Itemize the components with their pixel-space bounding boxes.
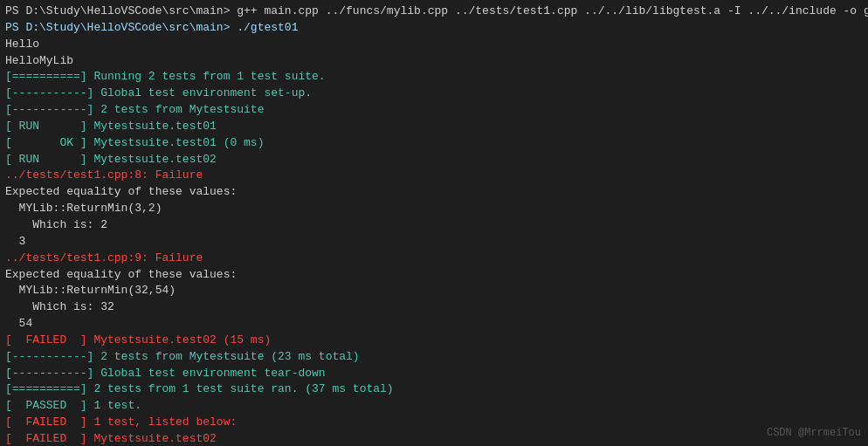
terminal-line-expected2: Expected equality of these values: [5,267,863,284]
terminal-line-val1a: MYLib::ReturnMin(3,2) [5,201,863,217]
terminal-line-sep5: [-----------] Global test environment te… [5,366,863,382]
terminal-line-hellomylib: HelloMyLib [5,53,863,70]
terminal-line-sep2: [-----------] Global test environment se… [5,86,863,102]
terminal-line-fail_loc2: ../tests/test1.cpp:9: Failure [5,250,863,267]
terminal-line-failed2: [ FAILED ] 1 test, listed below: [5,415,863,431]
terminal-line-val2b: Which is: 32 [5,299,863,316]
watermark: CSDN @MrrmeiTou [767,427,861,439]
terminal-line-failed1: [ FAILED ] Mytestsuite.test02 (15 ms) [5,333,863,349]
terminal-line-passed1: [ PASSED ] 1 test. [5,398,863,415]
terminal-line-expected1: Expected equality of these values: [5,184,863,201]
terminal-line-sep6: [==========] 2 tests from 1 test suite r… [5,381,863,398]
terminal-line-sep4: [-----------] 2 tests from Mytestsuite (… [5,349,863,366]
terminal-line-val2c: 54 [5,316,863,333]
terminal-line-cmd2: PS D:\Study\HelloVSCode\src\main> ./gtes… [5,20,863,37]
terminal-line-ok1: [ OK ] Mytestsuite.test01 (0 ms) [5,135,863,152]
terminal-line-sep3: [-----------] 2 tests from Mytestsuite [5,102,863,119]
terminal-line-hello: Hello [5,37,863,53]
terminal-line-val1b: Which is: 2 [5,217,863,234]
terminal-line-cmd1: PS D:\Study\HelloVSCode\src\main> g++ ma… [5,3,863,20]
terminal-line-val2a: MYLib::ReturnMin(32,54) [5,283,863,299]
terminal-line-run1: [ RUN ] Mytestsuite.test01 [5,119,863,135]
terminal-output: PS D:\Study\HelloVSCode\src\main> g++ ma… [5,3,863,446]
terminal-line-fail_loc1: ../tests/test1.cpp:8: Failure [5,168,863,184]
terminal: PS D:\Study\HelloVSCode\src\main> g++ ma… [0,0,868,446]
terminal-line-val1c: 3 [5,234,863,250]
terminal-line-sep1: [==========] Running 2 tests from 1 test… [5,69,863,86]
terminal-line-run2: [ RUN ] Mytestsuite.test02 [5,152,863,168]
terminal-line-failed3: [ FAILED ] Mytestsuite.test02 [5,431,863,446]
